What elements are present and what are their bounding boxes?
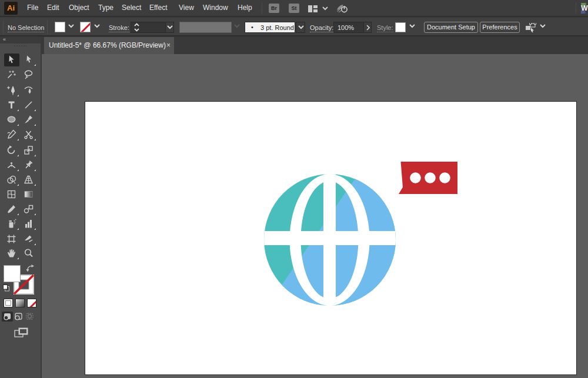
blend-icon: [24, 204, 34, 214]
menu-help[interactable]: Help: [238, 0, 252, 16]
scissors-tool[interactable]: [21, 128, 36, 141]
brush-definition-field[interactable]: • 3 pt. Round: [245, 22, 295, 33]
menu-effect[interactable]: Effect: [149, 0, 167, 16]
shape-builder-tool[interactable]: [4, 173, 19, 186]
stroke-color-swatch[interactable]: [80, 22, 91, 32]
shaper-tool[interactable]: [4, 128, 19, 141]
perspective-grid-tool[interactable]: [21, 173, 36, 186]
tools-panel-grip[interactable]: [14, 45, 26, 46]
stroke-weight-label[interactable]: Stroke:: [109, 25, 129, 32]
draw-behind-button[interactable]: [13, 312, 24, 322]
style-swatch[interactable]: [395, 22, 406, 32]
bubble-dot-2[interactable]: [425, 172, 436, 183]
tab-close-icon[interactable]: ×: [166, 37, 171, 54]
lasso-tool[interactable]: [21, 68, 36, 81]
menu-type[interactable]: Type: [98, 0, 113, 16]
align-options-icon[interactable]: [525, 23, 537, 32]
flyout-indicator: [34, 169, 36, 171]
menu-edit[interactable]: Edit: [47, 0, 59, 16]
preferences-button[interactable]: Preferences: [480, 22, 520, 33]
mesh-tool[interactable]: [4, 188, 19, 201]
document-tab[interactable]: Untitled-5* @ 66.67% (RGB/Preview) ×: [44, 37, 174, 54]
arrange-documents-chevron-icon[interactable]: [322, 6, 328, 11]
opacity-options-arrow[interactable]: [363, 22, 372, 33]
magic-wand-tool[interactable]: [4, 68, 19, 81]
slice-tool[interactable]: [21, 233, 36, 246]
style-chevron-icon[interactable]: [409, 24, 415, 28]
gradient-tool[interactable]: [21, 188, 36, 201]
tools-panel-header: «: [0, 36, 41, 44]
globe-chat-logo[interactable]: [42, 54, 588, 378]
bubble-dot-1[interactable]: [410, 172, 421, 183]
menu-view[interactable]: View: [179, 0, 194, 16]
width-tool[interactable]: [4, 159, 19, 172]
ellipse-tool[interactable]: [4, 113, 19, 126]
magic-wand-icon: [6, 69, 16, 79]
none-button[interactable]: [27, 299, 36, 307]
no-selection-label[interactable]: No Selection: [8, 25, 44, 32]
zoom-tool[interactable]: [21, 247, 36, 260]
hand-tool[interactable]: [4, 247, 19, 260]
paintbrush-tool[interactable]: [21, 113, 36, 126]
stroke-weight-stepper[interactable]: [133, 23, 140, 32]
symbol-sprayer-icon: [6, 219, 16, 229]
style-label[interactable]: Style:: [377, 25, 393, 32]
direct-selection-tool[interactable]: [21, 53, 36, 66]
opacity-field[interactable]: 100%: [333, 22, 364, 33]
column-graph-tool[interactable]: [21, 218, 36, 230]
stroke-color-chevron-icon[interactable]: [94, 24, 100, 28]
change-screen-mode-icon[interactable]: [14, 327, 28, 338]
stroke-weight-field[interactable]: [131, 22, 166, 33]
control-bar: No Selection Stroke: • 3 pt. Round Opa: [0, 18, 588, 36]
document-tab-title: Untitled-5* @ 66.67% (RGB/Preview): [49, 37, 166, 54]
arrange-documents-icon[interactable]: [308, 5, 318, 12]
globe-equator-band[interactable]: [259, 231, 406, 245]
go-to-bridge-button[interactable]: Br: [269, 4, 279, 13]
document-tab-bar: Untitled-5* @ 66.67% (RGB/Preview) ×: [42, 36, 588, 54]
blend-tool[interactable]: [21, 203, 36, 216]
search-workspace-cut-text[interactable]: W: [581, 3, 588, 14]
fill-color-swatch[interactable]: [55, 22, 65, 32]
collapse-panel-button[interactable]: «: [3, 36, 5, 42]
flyout-indicator: [17, 257, 19, 259]
slice-icon: [24, 234, 34, 244]
fill-color-chevron-icon[interactable]: [68, 24, 74, 28]
pen-tool[interactable]: [4, 84, 19, 97]
bubble-dot-3[interactable]: [439, 172, 450, 183]
menu-object[interactable]: Object: [69, 0, 89, 16]
menu-bar: Ai FileEditObjectTypeSelectEffectViewWin…: [0, 0, 588, 17]
globe[interactable]: [197, 55, 541, 378]
flyout-indicator: [34, 213, 36, 215]
menu-window[interactable]: Window: [203, 0, 228, 16]
draw-normal-button[interactable]: [2, 312, 13, 322]
type-tool[interactable]: [4, 99, 19, 112]
flyout-indicator: [17, 184, 19, 186]
canvas[interactable]: [42, 54, 588, 378]
eyedropper-tool[interactable]: [4, 203, 19, 216]
gpu-performance-icon[interactable]: [336, 4, 349, 14]
color-button[interactable]: [4, 299, 13, 307]
flyout-indicator: [34, 139, 36, 141]
fill-proxy[interactable]: [4, 265, 21, 282]
align-options-chevron-icon[interactable]: [540, 24, 546, 28]
curvature-tool[interactable]: [21, 84, 36, 97]
adobe-stock-button[interactable]: St: [289, 4, 299, 13]
selection-tool[interactable]: [4, 53, 19, 66]
opacity-label[interactable]: Opacity:: [310, 25, 333, 32]
draw-inside-button: [24, 312, 35, 322]
puppet-warp-tool[interactable]: [21, 159, 36, 172]
line-segment-tool[interactable]: [21, 99, 36, 112]
document-setup-button[interactable]: Document Setup: [424, 22, 478, 33]
rotate-tool[interactable]: [4, 144, 19, 157]
scale-tool[interactable]: [21, 144, 36, 157]
menu-select[interactable]: Select: [122, 0, 141, 16]
stroke-weight-dropdown[interactable]: [165, 22, 174, 33]
menu-file[interactable]: File: [27, 0, 38, 16]
symbol-sprayer-tool[interactable]: [4, 218, 19, 230]
gradient-button[interactable]: [15, 299, 25, 307]
globe-blue-half[interactable]: [197, 55, 541, 378]
artboard-tool[interactable]: [4, 233, 19, 246]
brush-definition-dropdown[interactable]: [296, 22, 305, 33]
swap-fill-stroke-icon[interactable]: [26, 265, 35, 273]
default-fill-stroke-icon[interactable]: [3, 285, 9, 292]
